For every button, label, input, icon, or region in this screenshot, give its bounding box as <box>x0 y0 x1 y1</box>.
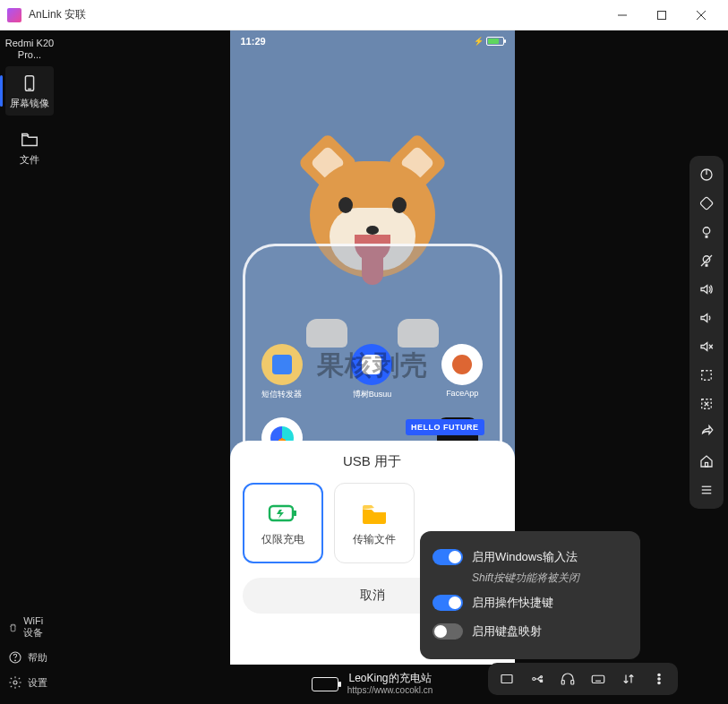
tool-fullscreen[interactable] <box>493 666 520 691</box>
tool-volume-up[interactable] <box>693 276 720 303</box>
nav-mirror-label: 屏幕镜像 <box>10 97 49 110</box>
tool-home[interactable] <box>693 448 720 475</box>
svg-point-25 <box>658 682 660 683</box>
tool-bulb-off[interactable] <box>693 247 720 274</box>
titlebar: AnLink 安联 <box>0 0 728 30</box>
tool-expand[interactable] <box>693 391 720 417</box>
tool-keyboard[interactable] <box>585 666 612 691</box>
tool-more[interactable] <box>646 666 672 691</box>
toggle-shortcut[interactable] <box>433 595 463 611</box>
tool-volume-down[interactable] <box>693 305 720 331</box>
svg-point-29 <box>703 228 710 235</box>
svg-rect-34 <box>702 371 712 381</box>
right-toolbar-container <box>685 30 728 704</box>
phone-statusbar: 11:29 ⚡ <box>230 30 515 52</box>
nav-wifi-label: WiFi设备 <box>23 615 51 640</box>
nav-help-label: 帮助 <box>28 651 47 665</box>
footer: LeoKing的充电站 https://www.cocokl.cn <box>230 665 515 704</box>
app-label-3: FaceApp <box>437 389 487 398</box>
app-busuu[interactable]: 博树Busuu <box>347 344 397 400</box>
keyboard-popover: 启用Windows输入法 Shift按键功能将被关闭 启用操作快捷键 启用键盘映… <box>420 531 640 659</box>
svg-rect-28 <box>700 197 714 210</box>
label-keymap: 启用键盘映射 <box>472 623 542 640</box>
tool-headset[interactable] <box>554 666 581 691</box>
svg-point-13 <box>533 678 535 681</box>
option-transfer-files[interactable]: 传输文件 <box>334 483 415 563</box>
svg-rect-18 <box>592 675 604 683</box>
svg-point-24 <box>658 678 660 680</box>
close-button[interactable] <box>681 2 721 29</box>
svg-rect-16 <box>561 681 564 685</box>
tool-crop[interactable] <box>693 362 720 389</box>
tool-mute[interactable] <box>693 333 720 360</box>
svg-point-9 <box>13 681 17 684</box>
svg-point-23 <box>658 674 660 675</box>
nav-files-label: 文件 <box>20 153 39 167</box>
nav-wifi[interactable]: WiFi设备 <box>4 610 55 645</box>
cancel-label: 取消 <box>360 588 385 604</box>
svg-rect-11 <box>294 511 296 516</box>
tool-usb[interactable] <box>524 666 551 691</box>
nav-settings-label: 设置 <box>28 676 47 690</box>
opt-charge-label: 仅限充电 <box>261 532 304 547</box>
maximize-button[interactable] <box>642 2 681 29</box>
right-toolbar <box>689 156 724 509</box>
nav-files[interactable]: 文件 <box>5 123 54 172</box>
tool-bulb-on[interactable] <box>693 219 720 245</box>
svg-point-14 <box>540 676 542 678</box>
app-logo-icon <box>7 8 21 22</box>
label-shortcut: 启用操作快捷键 <box>472 595 553 611</box>
tool-transfer[interactable] <box>615 666 642 691</box>
device-name-label: Redmi K20 Pro... <box>0 36 59 66</box>
svg-rect-1 <box>658 11 666 19</box>
app-label-2: 博树Busuu <box>347 389 397 400</box>
option-charge-only[interactable]: 仅限充电 <box>243 483 323 563</box>
nav-help[interactable]: 帮助 <box>4 645 55 670</box>
left-sidebar: Redmi K20 Pro... 屏幕镜像 文件 WiFi设备 帮助 设置 <box>0 30 59 704</box>
footer-battery-icon <box>312 677 338 691</box>
footer-station: LeoKing的充电站 <box>348 672 431 685</box>
toggle-windows-ime[interactable] <box>433 549 463 565</box>
svg-rect-36 <box>706 463 708 468</box>
label-windows-ime: 启用Windows输入法 <box>472 549 578 565</box>
battery-icon: ⚡ <box>474 37 504 46</box>
status-time: 11:29 <box>241 36 266 47</box>
sheet-title: USB 用于 <box>243 453 502 470</box>
footer-url: https://www.cocokl.cn <box>347 685 433 697</box>
bottom-toolbar <box>488 663 678 695</box>
app-label-1: 短信转发器 <box>257 389 307 400</box>
tool-back[interactable] <box>693 419 720 446</box>
svg-rect-15 <box>540 680 542 682</box>
center-stage: 11:29 ⚡ 短信转发器 博树Busuu <box>59 30 685 704</box>
svg-rect-17 <box>571 681 574 685</box>
svg-rect-12 <box>501 675 512 683</box>
tool-menu[interactable] <box>693 476 720 503</box>
toggle-keymap[interactable] <box>433 623 463 640</box>
app-faceapp[interactable]: FaceApp <box>437 344 487 400</box>
nav-mirror[interactable]: 屏幕镜像 <box>5 66 54 116</box>
tool-rotate[interactable] <box>693 190 720 217</box>
hello-future-badge: HELLO FUTURE <box>406 419 484 435</box>
minimize-button[interactable] <box>603 2 642 29</box>
ime-hint: Shift按键功能将被关闭 <box>472 571 628 586</box>
app-sms-forwarder[interactable]: 短信转发器 <box>257 344 307 400</box>
svg-point-8 <box>15 660 16 661</box>
window-title: AnLink 安联 <box>29 7 86 22</box>
tool-power[interactable] <box>693 161 720 188</box>
svg-point-30 <box>703 256 710 263</box>
opt-files-label: 传输文件 <box>353 532 396 547</box>
nav-settings[interactable]: 设置 <box>4 670 55 695</box>
app-row-1: 短信转发器 博树Busuu FaceApp <box>237 344 508 400</box>
